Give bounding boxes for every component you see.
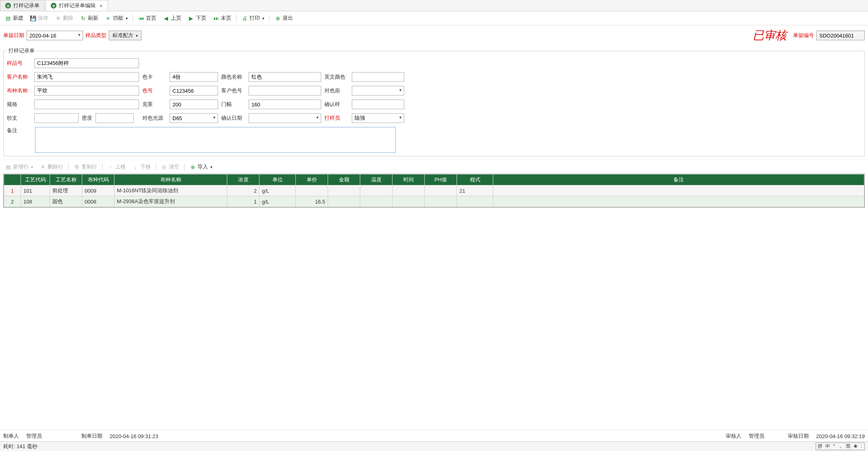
- col-header[interactable]: 浓度: [227, 175, 260, 185]
- col-header[interactable]: 布种名称: [114, 175, 227, 185]
- table-cell[interactable]: [328, 185, 360, 196]
- table-cell[interactable]: [328, 196, 360, 207]
- table-cell[interactable]: [392, 185, 425, 196]
- remark-textarea[interactable]: [35, 127, 396, 153]
- table-cell[interactable]: 101: [21, 185, 50, 196]
- table-cell[interactable]: [457, 196, 493, 207]
- col-header[interactable]: PH值: [425, 175, 457, 185]
- table-cell[interactable]: [360, 185, 392, 196]
- table-row[interactable]: 1101前处理0009M-1016NT练染同浴除油剂2g/L21: [4, 185, 864, 196]
- import-button[interactable]: ⊕导入▾: [188, 162, 214, 171]
- table-cell[interactable]: 1: [227, 196, 260, 207]
- light-select[interactable]: [170, 113, 218, 123]
- fabric-name-input[interactable]: [34, 86, 139, 96]
- table-cell[interactable]: 1: [4, 185, 21, 196]
- delrow-button[interactable]: ✕删除行: [38, 162, 65, 171]
- table-cell[interactable]: 21: [457, 185, 493, 196]
- table-cell[interactable]: [392, 196, 425, 207]
- print-button[interactable]: 🖨打印▾: [240, 14, 266, 23]
- table-cell[interactable]: 0009: [82, 185, 114, 196]
- table-cell[interactable]: [493, 185, 864, 196]
- col-header[interactable]: 程式: [457, 175, 493, 185]
- col-header[interactable]: 布种代码: [82, 175, 114, 185]
- col-header[interactable]: 工艺名称: [50, 175, 82, 185]
- refresh-button[interactable]: ↻刷新: [78, 14, 100, 23]
- col-header[interactable]: 单位: [260, 175, 296, 185]
- table-cell[interactable]: [296, 185, 328, 196]
- new-button[interactable]: ▤新建: [3, 14, 25, 23]
- col-header[interactable]: [4, 175, 21, 185]
- new-icon: ▤: [5, 15, 11, 21]
- col-header[interactable]: 工艺代码: [21, 175, 50, 185]
- docno-input[interactable]: [816, 31, 865, 40]
- cust-color-no-input[interactable]: [249, 86, 321, 96]
- detail-table[interactable]: 工艺代码工艺名称布种代码布种名称浓度单位单价金额温度时间PH值程式备注 1101…: [4, 174, 864, 207]
- sampler-select[interactable]: [352, 113, 404, 123]
- formula-type-select[interactable]: 标准配方▾: [109, 31, 141, 40]
- movedown-button[interactable]: ↓下移: [131, 162, 152, 171]
- table-cell[interactable]: 前处理: [50, 185, 82, 196]
- globe-icon: ⊕: [51, 3, 56, 8]
- prev-button[interactable]: ◀上页: [161, 14, 183, 23]
- table-cell[interactable]: M-1016NT练染同浴除油剂: [114, 185, 227, 196]
- col-header[interactable]: 温度: [360, 175, 392, 185]
- separator: [102, 163, 102, 170]
- spec-input[interactable]: [34, 100, 139, 109]
- tab-record-list[interactable]: ⊕ 打样记录单: [0, 0, 45, 11]
- table-cell[interactable]: 固色: [50, 196, 82, 207]
- match-side-label: 对色面: [324, 87, 349, 94]
- copyrow-button[interactable]: ⧉复制行: [72, 162, 99, 171]
- table-cell[interactable]: [493, 196, 864, 207]
- density-input[interactable]: [96, 113, 134, 123]
- color-card-input[interactable]: [170, 72, 218, 82]
- customer-input[interactable]: [34, 72, 139, 82]
- color-no-input[interactable]: [170, 86, 218, 96]
- save-button[interactable]: 💾保存: [28, 14, 50, 23]
- yarn-input[interactable]: [34, 113, 79, 123]
- confirm-date-input[interactable]: [249, 113, 321, 123]
- delete-button[interactable]: ✕删除: [53, 14, 75, 23]
- width-input[interactable]: [249, 100, 321, 109]
- main-toolbar: ▤新建 💾保存 ✕删除 ↻刷新 ≡功能▾ ⏮首页 ◀上页 ▶下页 ⏭末页 🖨打印…: [0, 11, 868, 25]
- fieldset-legend: 打样记录单: [7, 47, 36, 54]
- first-button[interactable]: ⏮首页: [136, 14, 158, 23]
- sample-no-input[interactable]: [34, 58, 139, 68]
- func-button[interactable]: ≡功能▾: [103, 14, 129, 23]
- confirm-sample-input[interactable]: [352, 100, 404, 109]
- chevron-down-icon: ▾: [262, 16, 264, 21]
- color-name-input[interactable]: [249, 72, 321, 82]
- table-cell[interactable]: 2: [227, 185, 260, 196]
- match-side-select[interactable]: [352, 86, 404, 96]
- weight-input[interactable]: [170, 100, 218, 109]
- table-cell[interactable]: [425, 196, 457, 207]
- table-cell[interactable]: M-2936A染色牢度提升剂: [114, 196, 227, 207]
- table-cell[interactable]: [360, 196, 392, 207]
- table-cell[interactable]: 2: [4, 196, 21, 207]
- table-cell[interactable]: 16.5: [296, 196, 328, 207]
- col-header[interactable]: 金额: [328, 175, 360, 185]
- table-cell[interactable]: 0008: [82, 196, 114, 207]
- exit-button[interactable]: ⊗退出: [273, 14, 295, 23]
- table-cell[interactable]: 108: [21, 196, 50, 207]
- clear-button[interactable]: ⊘清空: [159, 162, 181, 171]
- col-header[interactable]: 单价: [296, 175, 328, 185]
- sample-type-label: 样品类型: [85, 32, 106, 39]
- col-header[interactable]: 备注: [493, 175, 864, 185]
- close-icon[interactable]: ×: [100, 3, 103, 9]
- table-row[interactable]: 2108固色0008M-2936A染色牢度提升剂1g/L16.5: [4, 196, 864, 207]
- next-icon: ▶: [188, 15, 194, 21]
- addrow-button[interactable]: ▤新增行▾: [3, 162, 35, 171]
- sampler-label: 打样员: [324, 114, 349, 122]
- en-color-input[interactable]: [352, 72, 404, 82]
- doc-date-input[interactable]: [27, 31, 83, 40]
- table-cell[interactable]: g/L: [260, 185, 296, 196]
- table-cell[interactable]: [425, 185, 457, 196]
- exit-icon: ⊗: [274, 15, 281, 21]
- moveup-button[interactable]: ↑上移: [106, 162, 127, 171]
- table-cell[interactable]: g/L: [260, 196, 296, 207]
- last-button[interactable]: ⏭末页: [211, 14, 233, 23]
- doc-date-wrap[interactable]: [27, 31, 83, 40]
- tab-record-edit[interactable]: ⊕ 打样记录单编辑 ×: [46, 0, 108, 11]
- col-header[interactable]: 时间: [392, 175, 425, 185]
- next-button[interactable]: ▶下页: [186, 14, 208, 23]
